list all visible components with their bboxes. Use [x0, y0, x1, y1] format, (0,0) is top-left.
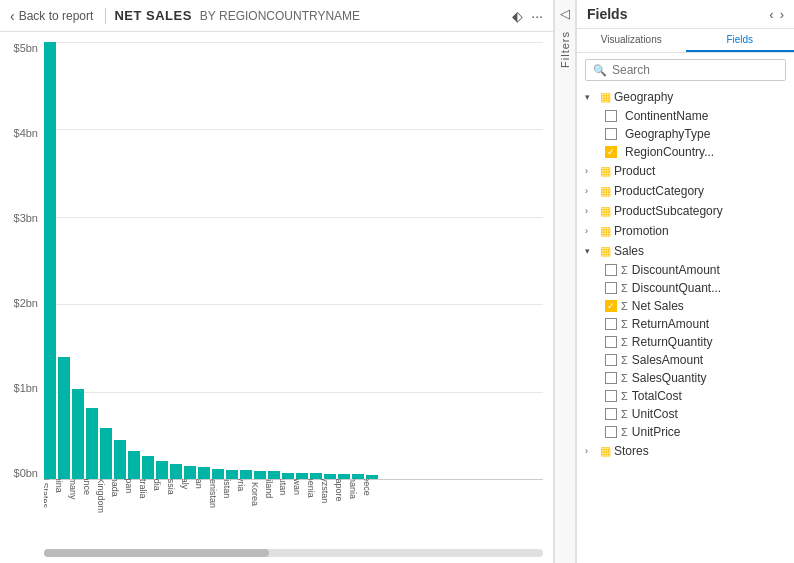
filters-collapse-icon[interactable]: ◁	[560, 6, 570, 21]
bar[interactable]	[86, 408, 98, 479]
table-icon: ▦	[600, 244, 611, 258]
group-label: Promotion	[614, 224, 669, 238]
bar[interactable]	[240, 470, 252, 479]
tree-item[interactable]: ΣDiscountQuant...	[577, 279, 794, 297]
item-label: UnitCost	[632, 407, 678, 421]
tree-item[interactable]: ΣUnitPrice	[577, 423, 794, 441]
tree-group: ›▦Product	[577, 161, 794, 181]
tree-item[interactable]: ΣReturnAmount	[577, 315, 794, 333]
bar[interactable]	[198, 467, 210, 479]
x-axis-labels: United StatesChinaGermanyFranceUnited Ki…	[44, 479, 543, 545]
sigma-icon: Σ	[621, 372, 628, 384]
chevron-icon: ▾	[585, 92, 597, 102]
panel-nav-icons: ‹ ›	[769, 7, 784, 22]
tree-group-header-productcategory[interactable]: ›▦ProductCategory	[577, 181, 794, 201]
bar[interactable]	[72, 389, 84, 479]
tree-item[interactable]: ΣReturnQuantity	[577, 333, 794, 351]
bar[interactable]	[226, 470, 238, 479]
y-label-2: $2bn	[14, 297, 38, 309]
tree-group: ›▦ProductCategory	[577, 181, 794, 201]
search-box[interactable]: 🔍	[585, 59, 786, 81]
tree-group-header-product[interactable]: ›▦Product	[577, 161, 794, 181]
tab-fields[interactable]: Fields	[686, 29, 795, 52]
scrollbar-thumb[interactable]	[44, 549, 269, 557]
tree-group: ▾▦SalesΣDiscountAmountΣDiscountQuant...✓…	[577, 241, 794, 441]
bar[interactable]	[58, 357, 70, 479]
checkbox[interactable]	[605, 318, 617, 330]
checkbox[interactable]	[605, 408, 617, 420]
bar[interactable]	[184, 466, 196, 479]
checkbox[interactable]	[605, 264, 617, 276]
tree-item[interactable]: ContinentName	[577, 107, 794, 125]
checkbox[interactable]	[605, 336, 617, 348]
group-label: Geography	[614, 90, 673, 104]
more-icon[interactable]: ···	[531, 8, 543, 24]
bar[interactable]	[44, 42, 56, 479]
table-icon: ▦	[600, 184, 611, 198]
bars-container	[44, 42, 543, 479]
tree-group-header-productsubcategory[interactable]: ›▦ProductSubcategory	[577, 201, 794, 221]
tree-group-header-sales[interactable]: ▾▦Sales	[577, 241, 794, 261]
bar[interactable]	[268, 471, 280, 479]
checkbox[interactable]	[605, 390, 617, 402]
tree-item[interactable]: ✓RegionCountry...	[577, 143, 794, 161]
bar[interactable]	[212, 469, 224, 479]
sigma-icon: Σ	[621, 426, 628, 438]
fields-tree: ▾▦GeographyContinentNameGeographyType✓Re…	[577, 87, 794, 563]
fields-panel-title: Fields	[587, 6, 627, 22]
checkbox[interactable]	[605, 282, 617, 294]
bar[interactable]	[128, 451, 140, 479]
tree-item[interactable]: ΣUnitCost	[577, 405, 794, 423]
tree-group-header-promotion[interactable]: ›▦Promotion	[577, 221, 794, 241]
panel-back-icon[interactable]: ‹	[769, 7, 773, 22]
checkbox[interactable]	[605, 354, 617, 366]
checkbox[interactable]	[605, 110, 617, 122]
checkbox[interactable]: ✓	[605, 300, 617, 312]
tree-group-header-geography[interactable]: ▾▦Geography	[577, 87, 794, 107]
tree-item[interactable]: GeographyType	[577, 125, 794, 143]
tree-group: ›▦Stores	[577, 441, 794, 461]
sigma-icon: Σ	[621, 318, 628, 330]
chevron-icon: ›	[585, 226, 597, 236]
right-panel-header: Fields ‹ ›	[577, 0, 794, 29]
horizontal-scrollbar[interactable]	[44, 549, 543, 557]
filter-icon[interactable]: ⬖	[512, 8, 523, 24]
back-button[interactable]: ‹ Back to report	[10, 8, 106, 24]
item-label: RegionCountry...	[625, 145, 714, 159]
table-icon: ▦	[600, 204, 611, 218]
item-label: DiscountAmount	[632, 263, 720, 277]
checkbox[interactable]	[605, 128, 617, 140]
bar[interactable]	[254, 471, 266, 479]
tree-item[interactable]: ΣTotalCost	[577, 387, 794, 405]
filters-panel: ◁ Filters	[554, 0, 576, 563]
panel-forward-icon[interactable]: ›	[780, 7, 784, 22]
group-label: Stores	[614, 444, 649, 458]
tree-item[interactable]: ΣSalesQuantity	[577, 369, 794, 387]
checkbox[interactable]	[605, 372, 617, 384]
bar[interactable]	[156, 461, 168, 479]
chevron-icon: ›	[585, 446, 597, 456]
chevron-icon: ▾	[585, 246, 597, 256]
bar[interactable]	[100, 428, 112, 479]
bar[interactable]	[170, 464, 182, 479]
search-icon: 🔍	[593, 64, 607, 77]
bar[interactable]	[114, 440, 126, 479]
sigma-icon: Σ	[621, 264, 628, 276]
tab-visualizations[interactable]: Visualizations	[577, 29, 686, 52]
tabs-row: Visualizations Fields	[577, 29, 794, 53]
tree-group-header-stores[interactable]: ›▦Stores	[577, 441, 794, 461]
tree-item[interactable]: ΣSalesAmount	[577, 351, 794, 369]
chart-subtitle: BY REGIONCOUNTRYNAME	[200, 9, 360, 23]
item-label: DiscountQuant...	[632, 281, 721, 295]
item-label: Net Sales	[632, 299, 684, 313]
bar[interactable]	[142, 456, 154, 479]
tree-item[interactable]: ✓ΣNet Sales	[577, 297, 794, 315]
tree-item[interactable]: ΣDiscountAmount	[577, 261, 794, 279]
group-label: Sales	[614, 244, 644, 258]
item-label: UnitPrice	[632, 425, 681, 439]
sigma-icon: Σ	[621, 390, 628, 402]
checkbox[interactable]	[605, 426, 617, 438]
tree-group: ›▦Promotion	[577, 221, 794, 241]
search-input[interactable]	[612, 63, 778, 77]
checkbox[interactable]: ✓	[605, 146, 617, 158]
